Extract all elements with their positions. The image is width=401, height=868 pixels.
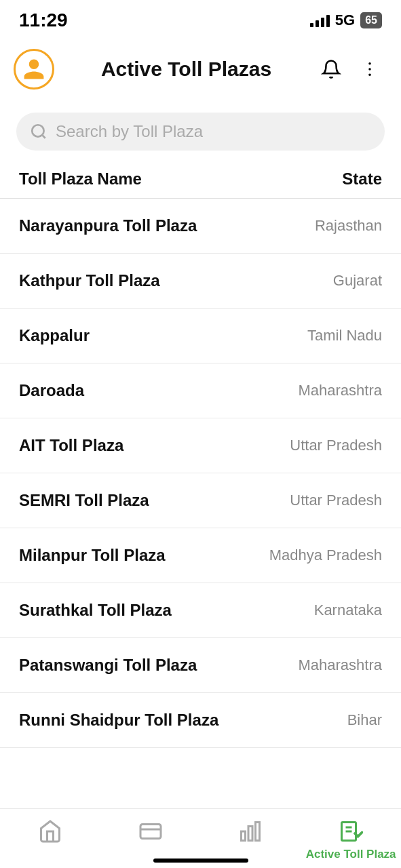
column-name-header: Toll Plaza Name [19,170,142,189]
toll-active-icon [338,818,364,844]
table-row[interactable]: Daroada Maharashtra [0,363,401,418]
toll-plaza-name: Patanswangi Toll Plaza [19,656,197,675]
table-row[interactable]: Narayanpura Toll Plaza Rajasthan [0,199,401,254]
network-type: 5G [335,12,355,29]
avatar[interactable] [14,49,54,90]
svg-rect-8 [248,827,252,841]
nav-home[interactable] [0,818,100,844]
toll-plaza-name: Narayanpura Toll Plaza [19,216,197,235]
status-time: 11:29 [19,9,68,31]
toll-plaza-name: AIT Toll Plaza [19,436,123,455]
svg-line-4 [42,135,45,138]
page-title: Active Toll Plazas [54,58,318,81]
table-row[interactable]: Kathpur Toll Plaza Gujarat [0,254,401,309]
svg-rect-9 [256,823,260,841]
table-row[interactable]: Runni Shaidpur Toll Plaza Bihar [0,693,401,748]
toll-plaza-state: Maharashtra [298,382,382,399]
signal-icon [310,14,330,27]
bell-icon [321,59,341,79]
bell-button[interactable] [318,56,344,82]
home-icon [37,818,63,844]
svg-point-1 [368,68,371,71]
battery-indicator: 65 [360,12,382,28]
app-header: Active Toll Plazas [0,38,401,100]
toll-plaza-name: Surathkal Toll Plaza [19,601,172,620]
toll-plaza-state: Madhya Pradesh [269,547,382,564]
card-icon [138,818,164,844]
toll-plaza-state: Tamil Nadu [307,327,382,344]
toll-plaza-state: Rajasthan [315,217,382,235]
nav-chart[interactable] [201,818,301,844]
svg-point-3 [32,125,43,136]
search-bar[interactable]: Search by Toll Plaza [16,113,385,151]
nav-toll-label: Active Toll Plaza [306,848,396,861]
toll-plaza-list: Narayanpura Toll Plaza Rajasthan Kathpur… [0,198,401,748]
svg-rect-5 [140,825,161,839]
toll-plaza-state: Uttar Pradesh [290,437,382,454]
column-state-header: State [342,170,382,189]
user-icon [22,57,46,81]
home-indicator [153,859,248,863]
table-row[interactable]: Kappalur Tamil Nadu [0,309,401,363]
toll-plaza-state: Bihar [347,711,382,729]
toll-plaza-state: Maharashtra [298,656,382,674]
search-icon [30,123,47,140]
header-actions [318,56,382,82]
nav-active-toll[interactable]: Active Toll Plaza [301,818,401,861]
table-row[interactable]: SEMRI Toll Plaza Uttar Pradesh [0,473,401,528]
more-options-button[interactable] [358,57,382,81]
chart-icon [237,818,263,844]
nav-card[interactable] [100,818,201,844]
toll-plaza-name: Daroada [19,381,84,400]
status-right: 5G 65 [310,12,382,29]
toll-plaza-name: Kathpur Toll Plaza [19,271,160,290]
search-container: Search by Toll Plaza [0,100,401,157]
toll-plaza-name: Runni Shaidpur Toll Plaza [19,711,218,730]
toll-plaza-name: SEMRI Toll Plaza [19,491,149,510]
status-bar: 11:29 5G 65 [0,0,401,38]
table-header: Toll Plaza Name State [0,157,401,198]
svg-rect-7 [242,831,246,841]
toll-plaza-state: Uttar Pradesh [290,492,382,509]
more-vertical-icon [360,60,379,79]
table-row[interactable]: Milanpur Toll Plaza Madhya Pradesh [0,528,401,583]
svg-point-2 [368,73,371,76]
svg-point-0 [368,62,371,65]
toll-plaza-name: Milanpur Toll Plaza [19,546,166,565]
search-placeholder: Search by Toll Plaza [56,122,371,141]
table-row[interactable]: Surathkal Toll Plaza Karnataka [0,583,401,638]
toll-plaza-name: Kappalur [19,326,90,345]
toll-plaza-state: Karnataka [314,601,382,619]
table-row[interactable]: AIT Toll Plaza Uttar Pradesh [0,418,401,473]
table-row[interactable]: Patanswangi Toll Plaza Maharashtra [0,638,401,693]
toll-plaza-state: Gujarat [333,272,382,290]
